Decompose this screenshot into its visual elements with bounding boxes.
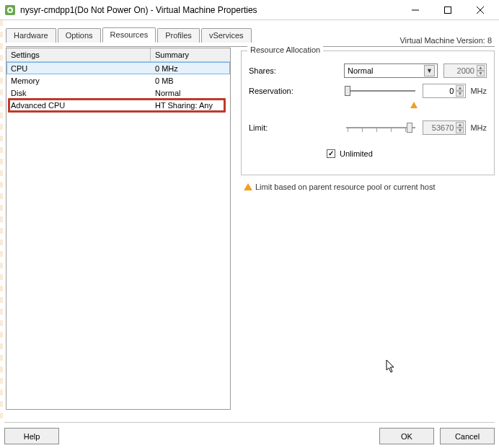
resource-allocation-group: Resource Allocation Shares: Normal ▼ ▲▼: [241, 50, 495, 175]
grid-header-summary[interactable]: Summary: [151, 48, 230, 61]
left-decoration: [0, 20, 3, 421]
shares-select[interactable]: Normal ▼: [344, 63, 438, 78]
tab-options[interactable]: Options: [58, 28, 101, 43]
group-legend: Resource Allocation: [247, 45, 323, 54]
row-reservation: Reservation: ▲▼ MHz: [249, 83, 487, 99]
svg-rect-4: [444, 6, 451, 13]
tab-label: Profiles: [165, 31, 192, 40]
limit-note-text: Limit based on parent resource pool or c…: [255, 183, 435, 191]
grid-header: Settings Summary: [6, 48, 230, 62]
cell: 0 MB: [151, 75, 230, 87]
right-pane: Resource Allocation Shares: Normal ▼ ▲▼: [238, 48, 495, 421]
tab-label: Hardware: [14, 31, 48, 40]
reservation-number[interactable]: ▲▼: [423, 84, 466, 98]
row-shares: Shares: Normal ▼ ▲▼: [249, 63, 487, 79]
spinner: ▲▼: [456, 122, 464, 133]
warning-icon: [244, 183, 252, 190]
help-button[interactable]: Help: [4, 428, 59, 444]
warning-icon: [410, 102, 418, 108]
close-button[interactable]: [464, 1, 496, 19]
grid-row-cpu[interactable]: CPU 0 MHz: [6, 62, 230, 74]
tab-vservices[interactable]: vServices: [201, 28, 252, 43]
window-buttons: [399, 1, 496, 19]
tab-label: Options: [66, 31, 93, 40]
unlimited-label: Unlimited: [340, 149, 373, 158]
tab-profiles[interactable]: Profiles: [157, 28, 200, 43]
limit-unit: MHz: [470, 123, 487, 132]
shares-number: ▲▼: [443, 63, 487, 78]
reservation-slider[interactable]: [345, 84, 417, 97]
row-unlimited: Unlimited: [249, 146, 487, 162]
grid-row-disk[interactable]: Disk Normal: [6, 87, 230, 99]
shares-select-value: Normal: [348, 66, 373, 75]
limit-number: ▲▼: [423, 120, 466, 135]
limit-label: Limit:: [249, 123, 312, 132]
tab-label: vServices: [209, 31, 244, 40]
limit-number-input: [426, 123, 454, 132]
minimize-button[interactable]: [399, 1, 431, 19]
limit-slider: [345, 121, 417, 134]
grid-row-advanced-cpu[interactable]: Advanced CPU HT Sharing: Any: [6, 99, 230, 111]
cell: Normal: [151, 87, 230, 99]
app-icon: [4, 4, 16, 16]
content: Hardware Options Resources Profiles vSer…: [0, 20, 499, 421]
cell: CPU: [6, 63, 151, 74]
shares-label: Shares:: [249, 66, 312, 75]
button-label: Help: [24, 432, 40, 441]
reservation-number-input[interactable]: [426, 87, 454, 95]
button-label: OK: [401, 432, 412, 441]
row-limit: Limit: ▲▼ MHz: [249, 120, 487, 136]
cell: HT Sharing: Any: [151, 100, 230, 111]
shares-number-input: [447, 66, 474, 75]
button-bar: Help OK Cancel: [4, 422, 495, 444]
cancel-button[interactable]: Cancel: [440, 428, 495, 444]
cell: 0 MHz: [151, 63, 230, 74]
svg-point-2: [9, 9, 12, 12]
panel-area: Settings Summary CPU 0 MHz Memory 0 MB D…: [6, 48, 495, 421]
spinner: ▲▼: [477, 65, 485, 76]
reservation-unit: MHz: [470, 87, 487, 95]
window-title: nysyr-cmdpp1(Do Not Power On) - Virtual …: [20, 5, 399, 15]
chevron-down-icon: ▼: [424, 65, 435, 76]
reservation-label: Reservation:: [249, 87, 312, 95]
limit-note: Limit based on parent resource pool or c…: [244, 183, 495, 191]
settings-pane: Settings Summary CPU 0 MHz Memory 0 MB D…: [6, 48, 238, 421]
button-label: Cancel: [455, 432, 480, 441]
tab-resources[interactable]: Resources: [102, 27, 156, 43]
ok-button[interactable]: OK: [379, 428, 434, 444]
cell: Disk: [6, 87, 151, 99]
tab-hardware[interactable]: Hardware: [6, 28, 56, 43]
unlimited-checkbox[interactable]: [327, 149, 335, 158]
vm-version-label: Virtual Machine Version: 8: [399, 36, 492, 45]
cell: Memory: [6, 75, 151, 87]
titlebar: nysyr-cmdpp1(Do Not Power On) - Virtual …: [0, 0, 499, 20]
cell: Advanced CPU: [6, 100, 151, 111]
settings-grid: Settings Summary CPU 0 MHz Memory 0 MB D…: [6, 48, 231, 410]
maximize-button[interactable]: [431, 1, 464, 19]
tab-label: Resources: [110, 30, 149, 39]
grid-row-memory[interactable]: Memory 0 MB: [6, 74, 230, 87]
spinner[interactable]: ▲▼: [456, 85, 464, 97]
grid-header-settings[interactable]: Settings: [6, 48, 151, 61]
